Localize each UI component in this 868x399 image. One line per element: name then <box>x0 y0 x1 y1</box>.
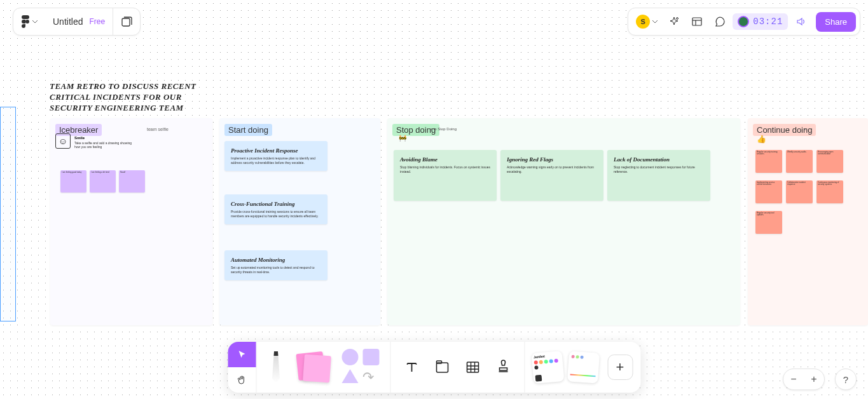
comment-icon <box>714 16 726 27</box>
table-icon <box>464 359 481 375</box>
widget-timeline[interactable] <box>567 351 599 383</box>
card-stop[interactable]: Lack of Documentation Stop neglecting to… <box>607 150 710 201</box>
widget-jambot[interactable]: Jambot <box>531 351 564 384</box>
sticky-note[interactable]: I am feeling a bit tired <box>90 170 116 193</box>
section-start-doing[interactable]: Start doing Proactive Incident Response … <box>219 118 380 325</box>
text-icon <box>403 359 420 375</box>
icebreaker-sublabel: team selfie <box>147 127 169 132</box>
share-button[interactable]: Share <box>816 12 856 32</box>
triangle-icon <box>341 369 358 383</box>
zoom-out-button[interactable]: − <box>783 369 804 389</box>
barrier-icon: 🚧 <box>399 135 406 142</box>
board-title[interactable]: TEAM RETRO TO DISCUSS RECENT CRITICAL IN… <box>50 81 221 114</box>
svg-rect-0 <box>122 18 130 26</box>
header-left: Untitled Free <box>13 8 141 36</box>
arrow-icon: ↷ <box>362 369 380 386</box>
chevron-down-icon <box>32 20 38 24</box>
timer-widget[interactable]: 03:21 <box>733 13 788 30</box>
zoom-controls: − + <box>783 369 825 390</box>
card-start[interactable]: Proactive Incident Response Implement a … <box>224 141 327 171</box>
svg-rect-5 <box>436 361 441 363</box>
file-title[interactable]: Untitled <box>53 17 83 27</box>
smile-icon: ☺ <box>55 133 71 149</box>
layout-button[interactable] <box>687 11 707 32</box>
section-tool[interactable] <box>431 356 453 378</box>
sticky-tool[interactable] <box>294 351 333 383</box>
section-icon <box>434 359 450 375</box>
sticky-icon <box>303 355 331 383</box>
add-widget-button[interactable]: + <box>607 355 633 380</box>
card-stop[interactable]: Ignoring Red Flags Acknowledge warning s… <box>500 150 603 201</box>
stamp-tool[interactable] <box>492 356 514 378</box>
hand-icon <box>237 375 247 385</box>
comment-button[interactable] <box>710 11 730 32</box>
square-icon <box>362 349 379 365</box>
sticky-note[interactable]: Good! <box>119 170 145 193</box>
ai-button[interactable] <box>664 11 684 32</box>
view-toggle-button[interactable] <box>113 8 140 35</box>
figma-logo-icon <box>21 15 30 28</box>
continue-sublabel: s <box>804 127 806 131</box>
svg-rect-4 <box>436 363 448 372</box>
section-icebreaker[interactable]: Icebreaker team selfie ☺ Smile Take a se… <box>50 118 212 325</box>
shapes-tool[interactable]: ↷ <box>341 349 380 386</box>
sparkle-icon <box>668 16 680 27</box>
stamp-icon <box>495 359 511 375</box>
header-right: S 03:21 Share <box>628 8 860 36</box>
section-label-start[interactable]: Start doing <box>224 124 272 136</box>
chevron-down-icon <box>652 20 658 24</box>
zoom-in-button[interactable]: + <box>804 369 824 389</box>
hand-tool[interactable] <box>228 367 256 393</box>
section-continue-doing[interactable]: Continue doing s 👍 Regular security trai… <box>748 118 868 325</box>
timer-host-avatar <box>738 16 749 27</box>
circle-icon <box>341 349 358 365</box>
canvas[interactable]: TEAM RETRO TO DISCUSS RECENT CRITICAL IN… <box>0 0 868 399</box>
sticky-note[interactable]: Regular security training sessions <box>755 150 782 173</box>
sticky-note[interactable]: Weekly security audits <box>786 150 813 173</box>
card-start[interactable]: Automated Monitoring Set up automated mo… <box>224 250 327 280</box>
icebreaker-desc: Take a selfie and add a drawing showing … <box>74 141 138 149</box>
pencil-icon <box>266 351 286 383</box>
selection-indicator <box>0 107 16 321</box>
sound-button[interactable] <box>790 11 811 32</box>
thumbs-up-icon: 👍 <box>757 135 766 144</box>
sticky-note[interactable]: I am feeling good today <box>60 170 86 193</box>
sticky-note[interactable]: Regular security tool updates <box>755 211 782 234</box>
svg-rect-1 <box>692 18 701 25</box>
card-start[interactable]: Cross-Functional Training Provide cross-… <box>224 194 327 224</box>
stop-sublabel: s to Stop Doing <box>431 127 457 131</box>
section-stop-doing[interactable]: Stop doing s to Stop Doing 🚧 Avoiding Bl… <box>387 118 740 325</box>
text-tool[interactable] <box>401 356 422 378</box>
sticky-note[interactable]: Implementing access control measures <box>755 180 782 203</box>
sticky-note[interactable]: Encouraging open communication <box>816 150 843 173</box>
cards-icon <box>121 16 132 27</box>
user-avatar: S <box>636 15 650 29</box>
sticky-note[interactable]: Continuous monitoring of security system… <box>816 180 843 203</box>
timer-value: 03:21 <box>753 17 783 27</box>
plan-badge[interactable]: Free <box>89 17 105 26</box>
layout-icon <box>691 16 703 27</box>
card-stop[interactable]: Avoiding Blame Stop blaming individuals … <box>394 150 497 201</box>
speaker-icon <box>796 17 806 27</box>
table-tool[interactable] <box>462 356 483 378</box>
icebreaker-heading: Smile <box>74 136 207 140</box>
pencil-tool[interactable] <box>266 351 286 383</box>
move-tool[interactable] <box>228 342 256 367</box>
help-button[interactable]: ? <box>835 369 857 390</box>
user-menu[interactable]: S <box>632 15 661 29</box>
svg-rect-6 <box>467 362 478 372</box>
main-menu-button[interactable] <box>13 8 45 35</box>
bottom-toolbar: ↷ Jambot <box>228 342 640 393</box>
sticky-note[interactable]: Collaborative incident response <box>786 180 813 203</box>
cursor-icon <box>237 349 247 360</box>
